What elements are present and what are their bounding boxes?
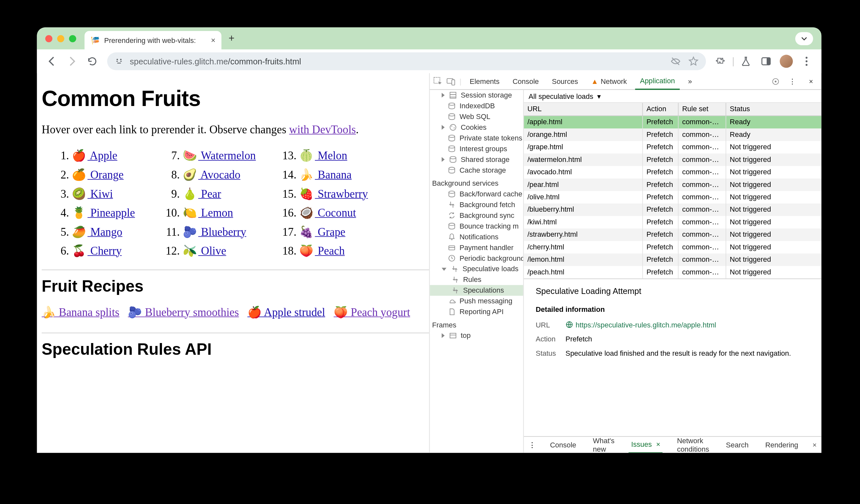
close-window-icon[interactable] [45,35,52,42]
sidebar-shared-storage[interactable]: Shared storage [430,154,523,165]
table-row[interactable]: /avocado.htmlPrefetchcommon-…Not trigger… [524,166,821,178]
table-row[interactable]: /peach.htmlPrefetchcommon-…Not triggered [524,266,821,278]
sidebar-cookies[interactable]: Cookies [430,122,523,133]
sidebar-rules[interactable]: Rules [430,274,523,285]
fruit-link[interactable]: 🍑 Peach [299,244,344,258]
col-status[interactable]: Status [726,103,822,115]
drawer-close-icon[interactable]: × [813,441,817,449]
recipe-link[interactable]: 🍑 Peach yogurt [334,306,410,318]
side-panel-button[interactable] [757,52,775,70]
minimize-window-icon[interactable] [57,35,64,42]
bookmark-star-icon[interactable] [688,56,699,67]
fruit-link[interactable]: 🥭 Mango [72,225,122,238]
sidebar-bgsync[interactable]: Background sync [430,210,523,221]
fruit-link[interactable]: 🍒 Cherry [72,244,121,258]
overflow-menu-button[interactable] [795,32,813,45]
drawer-tab-issues[interactable]: Issues × [629,436,662,452]
menu-button[interactable] [798,52,815,70]
fruit-link[interactable]: 🫒 Olive [183,244,226,258]
devtools-link[interactable]: with DevTools [289,123,356,135]
fruit-link[interactable]: 🍈 Melon [299,148,347,162]
tab-more[interactable]: » [683,73,697,89]
sidebar-notifications[interactable]: Notifications [430,231,523,242]
kebab-icon[interactable]: ⋮ [784,73,801,89]
close-tab-icon[interactable]: × [211,36,216,45]
profile-avatar[interactable] [777,52,795,70]
back-button[interactable] [43,52,61,70]
sidebar-bounce[interactable]: Bounce tracking m [430,221,523,231]
table-row[interactable]: /cherry.htmlPrefetchcommon-…Not triggere… [524,241,821,253]
eye-off-icon[interactable] [670,56,681,67]
fruit-link[interactable]: 🍎 Apple [72,148,117,162]
table-row[interactable]: /grape.htmlPrefetchcommon-…Not triggered [524,141,821,154]
fruit-link[interactable]: 🍓 Strawberry [299,187,368,200]
sidebar-periodic[interactable]: Periodic background [430,253,523,264]
forward-button[interactable] [63,52,81,70]
extensions-button[interactable] [712,52,730,70]
table-row[interactable]: /strawberry.htmlPrefetchcommon-…Not trig… [524,229,821,241]
sidebar-cache-storage[interactable]: Cache storage [430,165,523,176]
sidebar-private-tokens[interactable]: Private state tokens [430,133,523,143]
sidebar-frame-top[interactable]: top [430,330,523,341]
fruit-link[interactable]: 🫐 Blueberry [183,225,246,238]
drawer-kebab-icon[interactable]: ⋮ [529,441,536,449]
drawer-tab-whatsnew[interactable]: What's new [590,436,617,452]
sidebar-interest-groups[interactable]: Interest groups [430,143,523,154]
sidebar-push[interactable]: Push messaging [430,296,523,307]
labs-button[interactable] [737,52,755,70]
recipe-link[interactable]: 🫐 Blueberry smoothies [128,306,239,318]
tab-application[interactable]: Application [635,73,680,89]
sidebar-bgfetch[interactable]: Background fetch [430,199,523,210]
sidebar-session-storage[interactable]: Session storage [430,90,523,100]
table-row[interactable]: /apple.htmlPrefetchcommon-…Ready [524,116,821,128]
tab-network[interactable]: ▲Network [586,73,632,89]
drawer-tab-console[interactable]: Console [548,436,579,452]
sidebar-indexeddb[interactable]: IndexedDB [430,100,523,111]
col-action[interactable]: Action [643,103,678,115]
table-row[interactable]: /lemon.htmlPrefetchcommon-…Not triggered [524,254,821,266]
drawer-tab-rendering[interactable]: Rendering [763,436,801,452]
tab-console[interactable]: Console [508,73,544,89]
sidebar-payment[interactable]: Payment handler [430,242,523,253]
fruit-link[interactable]: 🍉 Watermelon [183,148,256,162]
fruit-link[interactable]: 🍇 Grape [299,225,345,238]
browser-tab[interactable]: 🎏 Prerendering with web-vitals: × [85,31,221,50]
reload-button[interactable] [83,52,101,70]
drawer-tab-search[interactable]: Search [724,436,751,452]
table-row[interactable]: /olive.htmlPrefetchcommon-…Not triggered [524,191,821,203]
col-url[interactable]: URL [524,103,643,115]
sidebar-speculative-loads[interactable]: Speculative loads [430,264,523,274]
detail-url-link[interactable]: https://speculative-rules.glitch.me/appl… [576,321,716,329]
fruit-link[interactable]: 🥝 Kiwi [72,187,113,200]
recipe-link[interactable]: 🍎 Apple strudel [247,306,325,318]
fruit-link[interactable]: 🥥 Coconut [299,205,356,219]
recipe-link[interactable]: 🍌 Banana splits [42,306,119,318]
site-info-icon[interactable] [114,57,124,66]
table-row[interactable]: /orange.htmlPrefetchcommon-…Ready [524,128,821,141]
sidebar-reporting[interactable]: Reporting API [430,306,523,317]
inspect-icon[interactable] [433,76,443,86]
sidebar-websql[interactable]: Web SQL [430,111,523,122]
sidebar-speculations[interactable]: Speculations [430,285,523,296]
table-row[interactable]: /pear.htmlPrefetchcommon-…Not triggered [524,178,821,191]
table-row[interactable]: /watermelon.htmlPrefetchcommon-…Not trig… [524,154,821,166]
address-bar[interactable]: speculative-rules.glitch.me/common-fruit… [107,52,706,70]
fruit-link[interactable]: 🍋 Lemon [183,205,233,219]
new-tab-button[interactable]: + [229,32,234,45]
table-row[interactable]: /kiwi.htmlPrefetchcommon-…Not triggered [524,216,821,228]
filter-dropdown[interactable]: All speculative loads ▾ [524,90,821,103]
fruit-link[interactable]: 🍍 Pineapple [72,205,135,219]
tab-elements[interactable]: Elements [465,73,504,89]
zoom-window-icon[interactable] [69,35,76,42]
fruit-link[interactable]: 🍌 Banana [299,168,352,181]
fruit-link[interactable]: 🥑 Avocado [183,168,240,181]
tab-sources[interactable]: Sources [547,73,583,89]
fruit-link[interactable]: 🍊 Orange [72,168,124,181]
fruit-link[interactable]: 🍐 Pear [183,187,221,200]
sidebar-bfcache[interactable]: Back/forward cache [430,189,523,199]
device-icon[interactable] [447,76,456,86]
gear-icon[interactable] [771,76,780,86]
close-devtools-icon[interactable]: × [804,73,818,89]
col-ruleset[interactable]: Rule set [678,103,726,115]
drawer-tab-netcond[interactable]: Network conditions [675,436,712,452]
